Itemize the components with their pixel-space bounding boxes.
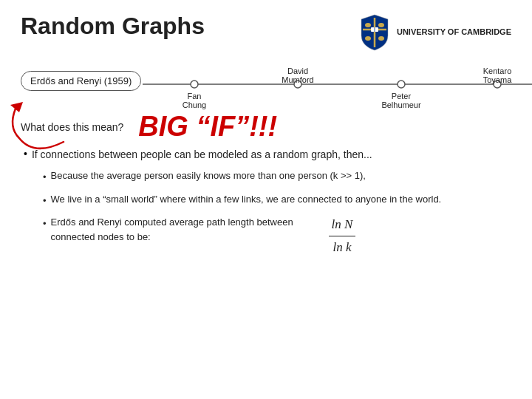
page-title: Random Graphs	[21, 13, 205, 39]
sub-bullet-dot-2: •	[43, 194, 47, 208]
svg-text:Peter: Peter	[392, 92, 412, 100]
svg-text:Chung: Chung	[183, 100, 206, 109]
svg-point-5	[378, 36, 384, 41]
timeline-svg: Fan Chung David Mumford Peter Belhumeur …	[135, 62, 532, 109]
main-bullet-dot: •	[24, 148, 27, 160]
sub-bullets: • Because the average person easily know…	[43, 168, 511, 256]
svg-text:Kentaro: Kentaro	[483, 66, 512, 75]
cambridge-shield-icon	[358, 13, 391, 52]
sub-bullet-dot-1: •	[43, 170, 47, 185]
svg-text:David: David	[287, 66, 308, 75]
what-mean-row: What does this mean? BIG “IF”!!!	[21, 111, 511, 143]
main-bullet-text: If connections between people can be mod…	[32, 147, 372, 163]
svg-point-3	[378, 23, 384, 27]
svg-point-11	[398, 81, 405, 88]
sub-bullet-3: • Erdős and Renyi computed average path …	[43, 215, 511, 256]
svg-text:Belhumeur: Belhumeur	[381, 100, 421, 109]
svg-point-4	[365, 36, 371, 41]
sub-bullet-text-3: Erdős and Renyi computed average path le…	[51, 215, 302, 244]
svg-text:Toyama: Toyama	[483, 75, 512, 84]
sub-bullet-1: • Because the average person easily know…	[43, 168, 511, 185]
math-denominator: ln k	[330, 236, 354, 257]
main-bullet: • If connections between people can be m…	[24, 147, 511, 163]
svg-point-9	[191, 81, 198, 88]
sub-bullet-text-2: We live in a “small world” where within …	[51, 192, 442, 207]
math-formula: ln N ln k	[329, 215, 356, 256]
math-numerator: ln N	[329, 215, 356, 236]
svg-point-2	[365, 23, 371, 27]
svg-text:Fan: Fan	[188, 92, 202, 100]
header: Random Graphs UNIVERSITY OF CAMBRIDGE	[21, 13, 511, 52]
cambridge-logo: UNIVERSITY OF CAMBRIDGE	[358, 13, 511, 52]
sub-bullet-2: • We live in a “small world” where withi…	[43, 192, 511, 208]
svg-text:Mumford: Mumford	[282, 75, 313, 84]
erdos-label: Erdős and Renyi (1959)	[21, 71, 141, 91]
sub-bullet-dot-3: •	[43, 216, 47, 231]
timeline-section: Erdős and Renyi (1959) Fan Chung David M…	[21, 62, 511, 109]
big-if-label: BIG “IF”!!!	[138, 111, 277, 143]
sub-bullet-text-1: Because the average person easily knows …	[51, 168, 366, 183]
what-mean-label: What does this mean?	[21, 121, 123, 133]
university-name: UNIVERSITY OF CAMBRIDGE	[397, 27, 511, 38]
